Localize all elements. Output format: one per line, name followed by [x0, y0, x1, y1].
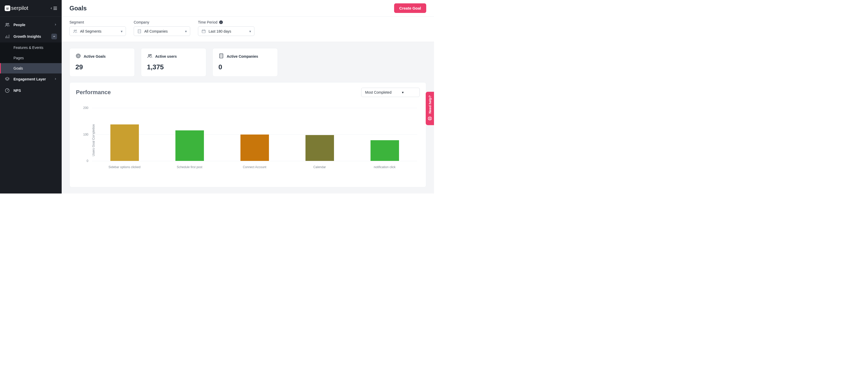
y-tick-label: 200 — [83, 106, 92, 110]
gauge-icon — [5, 88, 10, 93]
stat-card-active-users: Active users 1,375 — [141, 48, 206, 77]
svg-point-0 — [6, 23, 7, 25]
sidebar-item-label: Engagement Layer — [13, 77, 50, 81]
bar-column — [92, 103, 157, 161]
stat-label: Active Goals — [84, 54, 106, 59]
dropdown-value: Last 180 days — [209, 29, 247, 33]
building-icon — [137, 29, 142, 34]
x-tick-label: Sidebar options clicked — [92, 165, 157, 169]
stat-value: 0 — [218, 63, 272, 71]
time-period-dropdown[interactable]: Last 180 days ▾ — [198, 26, 254, 36]
bar[interactable] — [306, 135, 334, 161]
sidebar-item-nps[interactable]: NPS — [0, 85, 62, 96]
chevron-right-icon — [54, 77, 57, 81]
stat-cards: Active Goals 29 Active users 1,375 — [69, 48, 426, 77]
logo-mark-icon: u — [5, 5, 10, 11]
sidebar-nav: People Growth Insights Features & Events… — [0, 16, 62, 96]
help-tab-label: Need help? — [428, 96, 432, 113]
performance-chart: Users Goal Completion 0100200 Sidebar op… — [76, 100, 420, 180]
page-title: Goals — [69, 5, 394, 12]
svg-point-1 — [8, 23, 9, 24]
svg-rect-27 — [220, 54, 223, 58]
create-goal-button[interactable]: Create Goal — [394, 3, 426, 13]
building-icon — [218, 53, 224, 60]
svg-rect-11 — [138, 30, 141, 33]
x-tick-label: notification click — [352, 165, 417, 169]
x-tick-label: Calendar — [287, 165, 352, 169]
filter-time-period: Time Period i Last 180 days ▾ — [198, 20, 254, 36]
logo-text: serpilot — [11, 5, 28, 11]
sidebar-collapse-toggle[interactable] — [50, 6, 57, 10]
bar[interactable] — [241, 135, 269, 161]
filter-label-company: Company — [134, 20, 190, 24]
svg-point-25 — [149, 55, 150, 56]
bar-column — [287, 103, 352, 161]
stat-card-active-goals: Active Goals 29 — [69, 48, 135, 77]
people-icon — [73, 29, 78, 34]
filter-label-text: Time Period — [198, 20, 217, 24]
sidebar-item-engagement-layer[interactable]: Engagement Layer — [0, 73, 62, 85]
stat-card-active-companies: Active Companies 0 — [213, 48, 278, 77]
caret-down-icon: ▾ — [249, 29, 251, 33]
lifebuoy-icon — [428, 116, 432, 121]
svg-line-37 — [430, 117, 431, 118]
filter-company: Company All Companies ▾ — [134, 20, 190, 36]
calendar-icon — [201, 29, 206, 34]
dropdown-value: All Segments — [80, 29, 118, 33]
svg-line-38 — [429, 119, 429, 120]
sidebar-item-growth-insights[interactable]: Growth Insights — [0, 31, 62, 42]
info-icon[interactable]: i — [219, 21, 223, 24]
dropdown-value: Most Completed — [365, 90, 392, 95]
svg-marker-6 — [5, 77, 9, 79]
sidebar-header: u serpilot — [0, 0, 62, 16]
sidebar-item-features-events[interactable]: Features & Events — [0, 42, 62, 53]
gridline — [92, 161, 417, 161]
topbar: Goals Create Goal — [62, 0, 434, 16]
company-dropdown[interactable]: All Companies ▾ — [134, 26, 190, 36]
sidebar-item-label: Growth Insights — [13, 34, 48, 39]
bar[interactable] — [176, 130, 204, 161]
bar-column — [157, 103, 222, 161]
svg-point-10 — [76, 30, 76, 31]
filter-label-time: Time Period i — [198, 20, 254, 24]
filters-bar: Segment All Segments ▾ Company All Compa… — [62, 16, 434, 42]
chevron-up-icon — [51, 34, 57, 39]
logo[interactable]: u serpilot — [5, 5, 50, 11]
main: Goals Create Goal Segment All Segments ▾… — [62, 0, 434, 194]
svg-line-36 — [429, 117, 429, 118]
svg-line-8 — [7, 90, 8, 91]
growth-insights-subnav: Features & Events Pages Goals — [0, 42, 62, 73]
svg-rect-18 — [202, 30, 206, 33]
target-icon — [75, 53, 81, 60]
bar-column — [222, 103, 287, 161]
chart-bars — [92, 103, 417, 161]
chevron-right-icon — [54, 23, 57, 27]
sidebar-item-pages[interactable]: Pages — [0, 53, 62, 63]
x-tick-label: Schedule first post — [157, 165, 222, 169]
stat-label: Active Companies — [227, 54, 258, 59]
help-tab[interactable]: Need help? — [426, 92, 434, 125]
sidebar-item-goals[interactable]: Goals — [0, 63, 62, 73]
sidebar-item-people[interactable]: People — [0, 19, 62, 31]
performance-panel: Performance Most Completed ▾ Users Goal … — [69, 82, 426, 187]
svg-line-39 — [430, 119, 431, 120]
panel-title: Performance — [76, 89, 361, 96]
svg-point-9 — [74, 30, 75, 31]
bar[interactable] — [111, 125, 139, 161]
y-tick-label: 100 — [83, 133, 92, 136]
chevron-left-icon — [50, 6, 53, 10]
layers-icon — [5, 77, 10, 82]
bar[interactable] — [371, 140, 399, 161]
bar-column — [352, 103, 417, 161]
dropdown-value: All Companies — [144, 29, 182, 33]
stat-value: 29 — [75, 63, 129, 71]
stat-value: 1,375 — [147, 63, 200, 71]
sidebar-item-label: People — [13, 23, 50, 27]
bar-chart-icon — [5, 34, 10, 39]
stat-label: Active users — [155, 54, 177, 59]
people-icon — [5, 22, 10, 27]
users-icon — [147, 53, 153, 60]
segment-dropdown[interactable]: All Segments ▾ — [69, 26, 126, 36]
svg-point-35 — [429, 118, 431, 119]
performance-sort-dropdown[interactable]: Most Completed ▾ — [361, 88, 420, 97]
